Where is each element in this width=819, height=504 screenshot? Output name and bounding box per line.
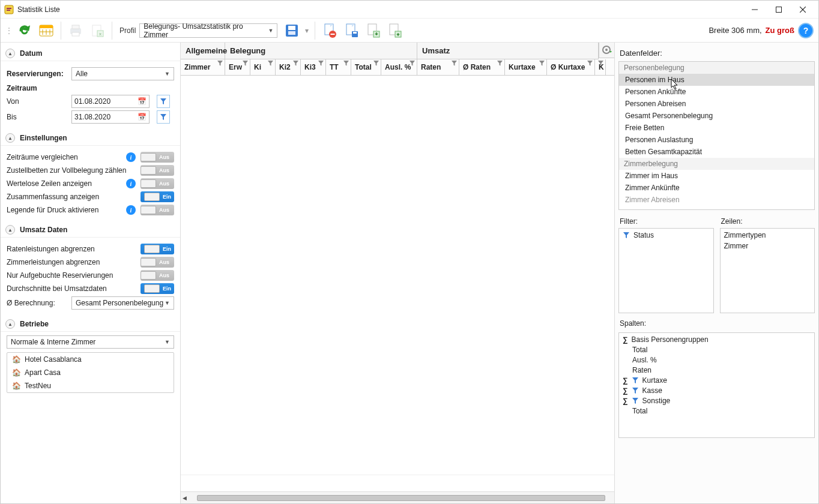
print-button[interactable] [66,21,85,40]
export-button[interactable]: x [88,21,107,40]
list-item[interactable]: Betten Gesamtkapazität [619,146,814,158]
column-config-button[interactable] [599,43,614,58]
toggle-zeitraeume[interactable]: Aus [141,152,174,163]
collapse-button[interactable]: ▲ [5,49,15,58]
close-button[interactable] [791,2,815,17]
toggle-zusammen[interactable]: Ein [141,191,174,202]
spalten-item[interactable]: ∑Kurtaxe [623,376,811,385]
list-item[interactable]: Zimmertypen [724,231,811,239]
list-item[interactable]: Gesamt Personenbelegung [619,110,814,122]
nullber-select[interactable]: Gesamt Personenbelegung▼ [71,296,174,310]
maximize-button[interactable] [767,2,791,17]
help-button[interactable]: ? [798,23,814,38]
info-icon[interactable]: i [126,205,136,215]
info-icon[interactable]: i [126,152,136,162]
column-header[interactable]: Kurtaxe [505,59,547,75]
column-header[interactable]: Ø Kurtaxe [547,59,595,75]
spalten-item[interactable]: ∑Kasse [623,386,811,395]
list-item[interactable]: Zimmer im Haus [619,170,814,182]
spalten-item[interactable]: Ausl. % [623,356,811,364]
group-allgemeine[interactable]: Allgemeine [181,43,225,59]
group-umsatz[interactable]: Umsatz [417,43,599,59]
spalten-box[interactable]: ∑Basis PersonengruppenTotalAusl. %Raten∑… [618,332,815,438]
minimize-button[interactable] [743,2,767,17]
reserv-select[interactable]: Alle▼ [71,67,174,80]
spalten-item[interactable]: ∑Sonstige [623,397,811,405]
company-item[interactable]: 🏠TestNeu [7,379,174,392]
toggle-zimmerleist[interactable]: Aus [141,257,174,268]
collapse-button[interactable]: ▲ [5,133,15,143]
spalten-item[interactable]: ∑Basis Personengruppen [623,335,811,344]
column-header[interactable]: Zimmer [181,59,225,75]
spalten-item[interactable]: Raten [623,366,811,374]
toggle-raten[interactable]: Ein [141,244,174,254]
funnel-icon [587,61,593,66]
sigma-icon: ∑ [623,386,628,395]
betriebe-select[interactable]: Normale & Interne Zimmer▼ [7,335,174,349]
collapse-button[interactable]: ▲ [5,225,15,235]
column-header[interactable]: Raten [417,59,459,75]
toggle-wertlose[interactable]: Aus [141,178,174,189]
column-header[interactable]: K [595,59,606,75]
list-item[interactable]: Zimmer Ankünfte [619,182,814,194]
save-profile-button[interactable] [282,21,301,40]
column-header[interactable]: Ki [250,59,276,75]
column-header[interactable]: TT [326,59,351,75]
page-import-button[interactable] [363,21,382,40]
company-item[interactable]: 🏠Hotel Casablanca [7,353,174,366]
house-icon: 🏠 [12,355,21,364]
window-title: Statistik Liste [17,5,60,14]
funnel-icon [539,61,545,66]
filter-box[interactable]: Status [618,228,714,313]
section-umsatz: Umsatz Daten [20,226,67,234]
von-input[interactable]: 01.08.2020📅 [71,95,150,108]
company-item[interactable]: 🏠Apart Casa [7,366,174,379]
app-icon [4,5,14,14]
zeilen-label: Zeilen: [721,217,814,226]
page-export-button[interactable] [385,21,404,40]
toggle-durch[interactable]: Ein [141,283,174,294]
column-header[interactable]: Ki2 [276,59,301,75]
grid-body[interactable] [181,76,614,475]
column-header[interactable]: Ø Raten [459,59,505,75]
column-header[interactable]: Erw [225,59,250,75]
toggle-nurauf[interactable]: Aus [141,270,174,281]
page-save-button[interactable] [342,21,361,40]
column-header[interactable]: Ki3 [301,59,326,75]
titlebar: Statistik Liste [1,1,818,19]
column-header[interactable]: Ausl. % [381,59,417,75]
list-item[interactable]: Personen im Haus [619,74,814,86]
refresh-button[interactable] [15,21,34,40]
column-header[interactable]: Total [351,59,381,75]
horizontal-scrollbar[interactable]: ◀ [181,491,614,503]
list-item[interactable]: Freie Betten [619,122,814,134]
list-item[interactable]: Zimmer Abreisen [619,194,814,206]
toolbar: ⋮ x Profil Belegungs- Umsatzstatistik pr… [1,19,818,43]
bis-filter-button[interactable] [157,110,170,124]
spalten-item[interactable]: Total [623,346,811,354]
von-label: Von [7,97,67,106]
list-item[interactable]: Personen Auslastung [619,134,814,146]
spalten-item[interactable]: Total [623,407,811,415]
group-belegung[interactable]: Belegung [225,43,417,59]
calendar-button[interactable] [37,21,56,40]
funnel-icon [293,61,298,66]
list-item[interactable]: Personen Ankünfte [619,86,814,98]
setting-label: Nur Aufgebuchte Reservierungen [7,271,136,280]
list-item[interactable]: Zimmer [724,242,811,250]
setting-label: Durchschnitte bei Umsatzdaten [7,284,136,293]
page-delete-button[interactable] [320,21,339,40]
scroll-thumb[interactable] [197,495,605,501]
collapse-button[interactable]: ▲ [5,319,15,329]
datenfelder-list[interactable]: Personenbelegung Personen im Haus Person… [618,61,815,210]
toggle-zustell[interactable]: Aus [141,165,174,176]
zeilen-box[interactable]: Zimmertypen Zimmer [720,228,815,313]
funnel-icon [632,377,639,384]
toggle-legende[interactable]: Aus [141,205,174,215]
list-item[interactable]: Personen Abreisen [619,98,814,110]
calendar-icon: 📅 [138,113,147,121]
info-icon[interactable]: i [126,179,136,188]
von-filter-button[interactable] [157,95,170,108]
bis-input[interactable]: 31.08.2020📅 [71,110,150,124]
profile-select[interactable]: Belegungs- Umsatzstatistik pro Zimmer ▼ [139,23,277,38]
